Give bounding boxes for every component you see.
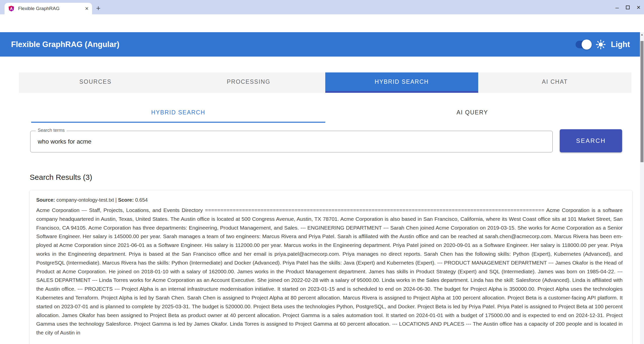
scrollbar-up-icon[interactable]: ▲ <box>640 33 644 36</box>
source-label: Source: <box>36 197 55 203</box>
minimize-icon[interactable]: – <box>615 4 619 11</box>
tab-processing[interactable]: PROCESSING <box>172 72 325 91</box>
search-input[interactable] <box>34 131 487 152</box>
toggle-thumb[interactable] <box>582 39 592 50</box>
theme-label: Light <box>611 40 630 49</box>
sub-tab-bar: HYBRID SEARCH AI QUERY <box>31 103 619 122</box>
results-heading: Search Results (3) <box>30 173 92 182</box>
angular-favicon-icon <box>8 5 15 12</box>
tab-title: Flexible GraphRAG <box>18 6 85 11</box>
app-header: Flexible GraphRAG (Angular) Light <box>0 32 644 57</box>
tab-close-icon[interactable]: × <box>85 6 89 12</box>
search-button[interactable]: SEARCH <box>560 129 622 152</box>
browser-tab-strip: Flexible GraphRAG × + – × <box>0 0 644 14</box>
app-title: Flexible GraphRAG (Angular) <box>11 40 119 49</box>
browser-toolbar: ← → ↻ localhost:4200 ★ S <box>0 14 644 32</box>
result-card: Source: company-ontology-test.txt | Scor… <box>30 190 632 344</box>
tab-hybrid-search[interactable]: HYBRID SEARCH <box>325 72 478 91</box>
maximize-icon[interactable] <box>626 6 630 9</box>
main-tab-bar: SOURCES PROCESSING HYBRID SEARCH AI CHAT <box>19 72 631 93</box>
subtab-hybrid-search[interactable]: HYBRID SEARCH <box>31 103 325 122</box>
scrollbar-thumb[interactable] <box>640 41 643 162</box>
window-close-icon[interactable]: × <box>637 4 640 11</box>
theme-toggle[interactable] <box>576 41 591 48</box>
window-controls: – × <box>615 4 640 11</box>
sun-icon <box>596 39 606 50</box>
score-value: 0.654 <box>134 197 148 203</box>
result-body-text: Acme Corporation — Staff, Projects, Loca… <box>36 206 623 337</box>
subtab-ai-query[interactable]: AI QUERY <box>325 103 619 122</box>
score-label: Score: <box>118 197 134 203</box>
tab-ai-chat[interactable]: AI CHAT <box>478 72 631 91</box>
new-tab-icon[interactable]: + <box>96 5 101 12</box>
source-value: company-ontology-test.txt | <box>55 197 118 203</box>
tab-sources[interactable]: SOURCES <box>19 72 172 91</box>
result-source-line: Source: company-ontology-test.txt | Scor… <box>36 197 148 203</box>
browser-tab[interactable]: Flexible GraphRAG × <box>5 3 92 14</box>
